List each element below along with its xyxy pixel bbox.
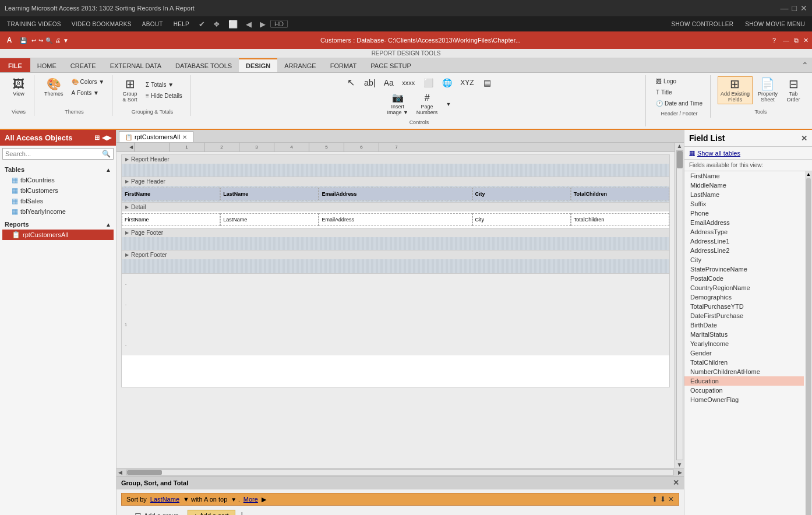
diamond-icon[interactable]: ❖ bbox=[210, 20, 224, 29]
scroll-down-btn[interactable]: ▼ bbox=[677, 461, 683, 468]
search-box[interactable]: 🔍 bbox=[2, 148, 114, 160]
access-close-btn[interactable]: ✕ bbox=[803, 37, 809, 44]
field-City[interactable]: City bbox=[684, 255, 804, 264]
field-TotalPurchaseYTD[interactable]: TotalPurchaseYTD bbox=[684, 302, 804, 311]
hscroll-thumb[interactable] bbox=[127, 470, 162, 475]
nav-item-tblCustomers[interactable]: ▦ tblCustomers bbox=[2, 185, 114, 196]
themes-btn[interactable]: 🎨 Themes bbox=[41, 76, 66, 98]
button-ctrl-btn[interactable]: xxxx bbox=[399, 78, 418, 88]
field-CountryRegionName[interactable]: CountryRegionName bbox=[684, 283, 804, 292]
field-AddressType[interactable]: AddressType bbox=[684, 227, 804, 237]
rect-btn[interactable]: ⬜ bbox=[420, 77, 436, 89]
video-bookmarks-btn[interactable]: VIDEO BOOKMARKS bbox=[67, 20, 136, 29]
field-PostalCode[interactable]: PostalCode bbox=[684, 274, 804, 283]
panel-collapse-icon[interactable]: ◀▶ bbox=[102, 134, 111, 142]
qat-save-icon[interactable]: 💾 bbox=[20, 37, 27, 44]
logo-btn[interactable]: 🖼 Logo bbox=[653, 76, 705, 86]
tables-section-header[interactable]: Tables ▲ bbox=[2, 164, 114, 175]
field-list-close-btn[interactable]: ✕ bbox=[801, 134, 807, 143]
qat-redo-icon[interactable]: ↪ bbox=[38, 37, 43, 44]
field-list-scrollbar[interactable]: ▲ ▼ bbox=[805, 171, 812, 515]
field-AddressLine2[interactable]: AddressLine2 bbox=[684, 246, 804, 255]
detail-bar[interactable]: ▶ Detail bbox=[122, 203, 669, 211]
field-BirthDate[interactable]: BirthDate bbox=[684, 320, 804, 330]
tab-order-btn[interactable]: ⊟ TabOrder bbox=[783, 76, 804, 104]
vertical-scrollbar[interactable]: ▲ ▼ bbox=[675, 143, 684, 468]
field-scroll-thumb[interactable] bbox=[806, 178, 811, 515]
hscroll-track[interactable] bbox=[126, 470, 674, 475]
field-Education[interactable]: Education bbox=[684, 376, 804, 386]
select-btn[interactable]: ↖ bbox=[343, 76, 359, 89]
tab-database-tools[interactable]: DATABASE TOOLS bbox=[168, 58, 239, 72]
sort-field-link[interactable]: LastName bbox=[150, 496, 179, 503]
field-TotalChildren[interactable]: TotalChildren bbox=[684, 358, 804, 367]
show-controller-btn[interactable]: SHOW CONTROLLER bbox=[666, 20, 738, 29]
page-numbers-btn[interactable]: # PageNumbers bbox=[414, 91, 441, 117]
report-tab-close[interactable]: ✕ bbox=[182, 134, 187, 140]
help-icon[interactable]: ? bbox=[772, 37, 776, 44]
add-existing-fields-btn[interactable]: ⊞ Add ExistingFields bbox=[718, 76, 753, 104]
subform-btn[interactable]: ▤ bbox=[479, 77, 496, 89]
hscroll-left-btn[interactable]: ◀ bbox=[116, 470, 124, 475]
label-btn[interactable]: Aa bbox=[380, 77, 397, 89]
qat-print-icon[interactable]: 🖨 bbox=[55, 37, 61, 44]
chart-btn[interactable]: XYZ bbox=[457, 77, 476, 88]
restore-btn[interactable]: □ bbox=[792, 3, 797, 13]
date-time-btn[interactable]: 🕐 Date and Time bbox=[653, 98, 705, 108]
hyperlink-btn[interactable]: 🌐 bbox=[439, 77, 455, 89]
field-EmailAddress[interactable]: EmailAddress bbox=[684, 218, 804, 227]
report-footer-bar[interactable]: ▶ Report Footer bbox=[122, 251, 669, 259]
textbox-btn[interactable]: ab| bbox=[361, 77, 378, 89]
sort-delete-btn[interactable]: ✕ bbox=[668, 495, 674, 503]
fonts-btn[interactable]: A Fonts ▼ bbox=[69, 88, 108, 98]
field-Demographics[interactable]: Demographics bbox=[684, 292, 804, 302]
panel-menu-icon[interactable]: ⊞ bbox=[94, 134, 100, 142]
field-StateProvinceName[interactable]: StateProvinceName bbox=[684, 264, 804, 274]
prev-icon[interactable]: ◀ bbox=[242, 20, 255, 29]
help-btn[interactable]: HELP bbox=[169, 20, 194, 29]
sort-move-up-btn[interactable]: ⬆ bbox=[652, 495, 658, 503]
field-FirstName[interactable]: FirstName bbox=[684, 171, 804, 181]
colors-btn[interactable]: 🎨 Colors ▼ bbox=[69, 77, 108, 87]
field-Occupation[interactable]: Occupation bbox=[684, 386, 804, 395]
field-DateFirstPurchase[interactable]: DateFirstPurchase bbox=[684, 311, 804, 320]
access-restore-btn[interactable]: ⧉ bbox=[794, 37, 799, 44]
hide-details-btn[interactable]: ≡ Hide Details bbox=[143, 91, 185, 101]
field-HomeOwnerFlag[interactable]: HomeOwnerFlag bbox=[684, 395, 804, 404]
show-all-tables-btn[interactable]: ▦ Show all tables bbox=[684, 147, 812, 160]
about-btn[interactable]: ABOUT bbox=[137, 20, 168, 29]
field-list-scroll[interactable]: FirstName MiddleName LastName Suffix Pho… bbox=[684, 171, 812, 515]
hd-icon[interactable]: HD bbox=[270, 20, 288, 28]
checkmark-icon[interactable]: ✔ bbox=[195, 20, 209, 29]
horizontal-scrollbar[interactable]: ◀ ▶ bbox=[116, 468, 684, 476]
field-AddressLine1[interactable]: AddressLine1 bbox=[684, 237, 804, 246]
access-minimize-btn[interactable]: — bbox=[783, 37, 789, 44]
field-NumberChildrenAtHome[interactable]: NumberChildrenAtHome bbox=[684, 367, 804, 376]
field-Phone[interactable]: Phone bbox=[684, 209, 804, 218]
sort-move-down-btn[interactable]: ⬇ bbox=[660, 495, 666, 503]
nav-item-rptCustomersAll[interactable]: 📋 rptCustomersAll bbox=[2, 230, 114, 240]
tab-page-setup[interactable]: PAGE SETUP bbox=[363, 58, 418, 72]
totals-btn[interactable]: Σ Totals ▼ bbox=[143, 80, 185, 90]
report-tab-rptCustomersAll[interactable]: 📋 rptCustomersAll ✕ bbox=[119, 131, 193, 142]
field-MaritalStatus[interactable]: MaritalStatus bbox=[684, 330, 804, 339]
window-controls[interactable]: — □ ✕ bbox=[781, 3, 807, 13]
page-footer-bar[interactable]: ▶ Page Footer bbox=[122, 228, 669, 237]
search-input[interactable] bbox=[5, 150, 102, 157]
vscroll-track[interactable] bbox=[676, 150, 683, 460]
tab-design[interactable]: DESIGN bbox=[239, 58, 277, 72]
property-sheet-btn[interactable]: 📄 PropertySheet bbox=[755, 76, 781, 104]
vscroll-thumb[interactable] bbox=[677, 151, 683, 168]
reports-section-header[interactable]: Reports ▲ bbox=[2, 219, 114, 230]
field-scroll-up[interactable]: ▲ bbox=[806, 171, 811, 177]
group-sort-close-btn[interactable]: ✕ bbox=[673, 478, 679, 487]
tab-external-data[interactable]: EXTERNAL DATA bbox=[103, 58, 168, 72]
minimize-btn[interactable]: — bbox=[781, 3, 789, 13]
tab-arrange[interactable]: ARRANGE bbox=[277, 58, 323, 72]
more-controls-btn[interactable]: ▼ bbox=[443, 100, 454, 109]
field-LastName[interactable]: LastName bbox=[684, 190, 804, 199]
field-MiddleName[interactable]: MiddleName bbox=[684, 181, 804, 190]
report-canvas[interactable]: ◀ 1 2 3 4 5 6 7 ▶ bbox=[116, 143, 675, 468]
qat-search-icon[interactable]: 🔍 bbox=[45, 37, 52, 44]
nav-item-tblCountries[interactable]: ▦ tblCountries bbox=[2, 175, 114, 185]
